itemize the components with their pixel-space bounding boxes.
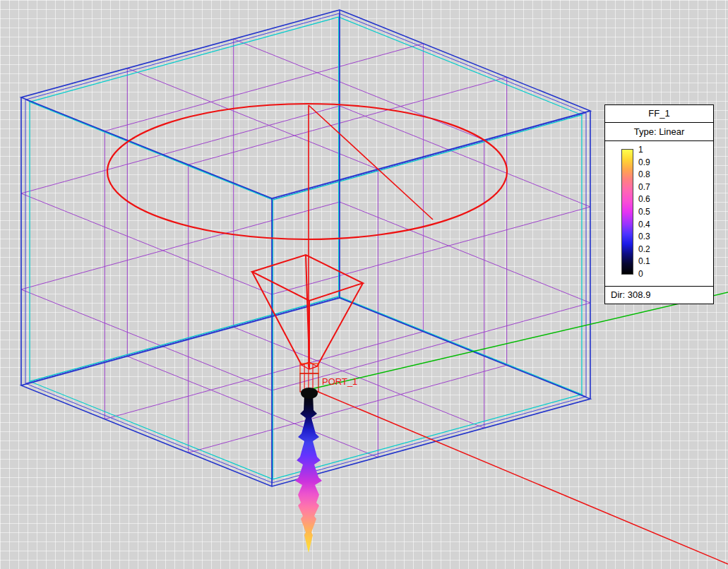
port-label: PORT_1 (322, 376, 357, 387)
tick-label: 0.7 (638, 182, 650, 192)
legend-type-label: Type: Linear (605, 123, 713, 141)
tick-label: 0.6 (638, 194, 650, 204)
y-axis (311, 292, 728, 389)
tick-label: 0.5 (638, 207, 650, 217)
legend-colorbar-section: 1 0.9 0.8 0.7 0.6 0.5 0.4 0.3 0.2 0.1 0 (605, 141, 713, 286)
far-field-request-circle[interactable] (107, 104, 507, 367)
tick-label: 0.3 (638, 232, 650, 241)
tick-label: 0.9 (638, 157, 650, 167)
x-axis (311, 389, 728, 564)
tick-label: 1 (638, 145, 650, 155)
far-field-legend[interactable]: FF_1 Type: Linear 1 0.9 0.8 0.7 0.6 0.5 … (604, 104, 714, 304)
colorbar-ticks: 1 0.9 0.8 0.7 0.6 0.5 0.4 0.3 0.2 0.1 0 (638, 145, 650, 279)
legend-title: FF_1 (605, 105, 713, 123)
port-marker[interactable]: PORT_1 (301, 376, 357, 399)
3d-viewport[interactable]: PORT_1 FF_1 Type: Linear 1 0.9 0.8 0.7 0… (0, 0, 728, 569)
horn-antenna[interactable] (252, 255, 363, 392)
axes (311, 292, 728, 564)
tick-label: 0 (638, 269, 650, 279)
tick-label: 0.1 (638, 256, 650, 266)
tick-label: 0.8 (638, 169, 650, 179)
tick-label: 0.2 (638, 244, 650, 254)
tick-label: 0.4 (638, 220, 650, 229)
colorbar-gradient (621, 149, 633, 275)
legend-directivity: Dir: 308.9 (605, 286, 713, 304)
